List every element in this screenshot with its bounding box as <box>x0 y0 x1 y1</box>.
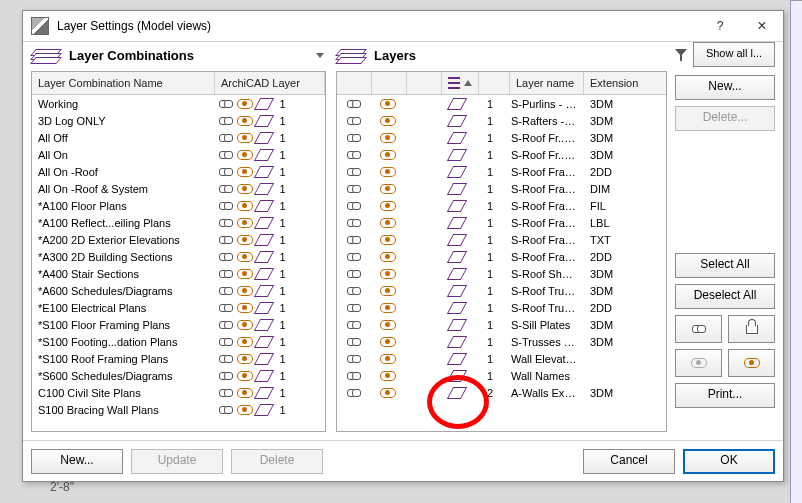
layer-row[interactable]: 1S-Roof Fr...ng (wood)3DM <box>337 146 666 163</box>
print-button[interactable]: Print... <box>675 383 775 408</box>
combination-row[interactable]: *E100 Electrical Plans1 <box>32 299 325 316</box>
chain-icon[interactable] <box>337 150 371 160</box>
eye-icon[interactable] <box>371 116 405 126</box>
chain-icon[interactable] <box>337 320 371 330</box>
chain-icon[interactable] <box>337 252 371 262</box>
layer-row[interactable]: 1Wall Names <box>337 367 666 384</box>
chain-icon[interactable] <box>337 286 371 296</box>
chain-icon[interactable] <box>337 167 371 177</box>
layer-row[interactable]: 1S-Roof Framing PlanTXT <box>337 231 666 248</box>
layer-row[interactable]: 1S-Roof Fr...g (_misc)3DM <box>337 129 666 146</box>
eye-icon[interactable] <box>371 167 405 177</box>
combination-row[interactable]: *A100 Reflect...eiling Plans1 <box>32 214 325 231</box>
eye-icon[interactable] <box>371 252 405 262</box>
new-combination-button[interactable]: New... <box>31 449 123 474</box>
combination-row[interactable]: All On -Roof1 <box>32 163 325 180</box>
close-button[interactable]: × <box>741 11 783 41</box>
eye-icon[interactable] <box>371 184 405 194</box>
deselect-all-button[interactable]: Deselect All <box>675 284 775 309</box>
layer-row[interactable]: 1Wall Elevations <box>337 350 666 367</box>
chain-icon[interactable] <box>337 388 371 398</box>
lock-toggle-button[interactable] <box>675 315 722 343</box>
chain-icon[interactable] <box>337 99 371 109</box>
combination-row[interactable]: All On -Roof & System1 <box>32 180 325 197</box>
unlock-toggle-button[interactable] <box>728 315 775 343</box>
eye-icon[interactable] <box>371 133 405 143</box>
col-visibility-icon[interactable] <box>372 72 407 94</box>
combination-row[interactable]: 3D Log ONLY1 <box>32 112 325 129</box>
new-layer-button[interactable]: New... <box>675 75 775 100</box>
combination-row[interactable]: All Off1 <box>32 129 325 146</box>
layer-row[interactable]: 1S-Rafters - Log & RS3DM <box>337 112 666 129</box>
col-archicad-layer[interactable]: ArchiCAD Layer <box>215 72 325 94</box>
combination-row[interactable]: Working1 <box>32 95 325 112</box>
combination-row[interactable]: *A300 2D Building Sections1 <box>32 248 325 265</box>
layer-row[interactable]: 1S-Roof Sheathing3DM <box>337 265 666 282</box>
combination-row[interactable]: All On1 <box>32 146 325 163</box>
layer-row[interactable]: 1S-Trusses - Log & RS3DM <box>337 333 666 350</box>
combination-row[interactable]: *A600 Schedules/Diagrams1 <box>32 282 325 299</box>
combination-row[interactable]: *S100 Floor Framing Plans1 <box>32 316 325 333</box>
layer-row[interactable]: 1S-Roof Trusses2DD <box>337 299 666 316</box>
eye-icon[interactable] <box>371 371 405 381</box>
layer-row[interactable]: 1S-Roof Framing PlanLBL <box>337 214 666 231</box>
eye-icon[interactable] <box>371 320 405 330</box>
chain-icon[interactable] <box>337 201 371 211</box>
select-all-button[interactable]: Select All <box>675 253 775 278</box>
ok-button[interactable]: OK <box>683 449 775 474</box>
combination-row[interactable]: *A200 2D Exterior Elevations1 <box>32 231 325 248</box>
chain-icon[interactable] <box>337 116 371 126</box>
sheet-icon <box>254 251 274 263</box>
combination-row[interactable]: *S100 Footing...dation Plans1 <box>32 333 325 350</box>
layer-row[interactable]: 1S-Purlins - Log & RS3DM <box>337 95 666 112</box>
eye-icon[interactable] <box>371 99 405 109</box>
chain-icon[interactable] <box>337 184 371 194</box>
eye-icon[interactable] <box>371 303 405 313</box>
chain-icon[interactable] <box>337 337 371 347</box>
layer-row[interactable]: 1S-Roof Framing2DD <box>337 248 666 265</box>
show-toggle-button[interactable] <box>675 349 722 377</box>
col-layer-icon[interactable] <box>442 72 479 94</box>
eye-icon[interactable] <box>371 354 405 364</box>
chain-icon[interactable] <box>337 303 371 313</box>
eye-icon[interactable] <box>371 218 405 228</box>
combination-row[interactable]: *A100 Floor Plans1 <box>32 197 325 214</box>
chain-icon[interactable] <box>337 269 371 279</box>
cancel-button[interactable]: Cancel <box>583 449 675 474</box>
menu-arrow-icon[interactable] <box>316 53 324 58</box>
layer-row[interactable]: 1S-Roof Framing PlanDIM <box>337 180 666 197</box>
col-intersection[interactable] <box>479 72 510 94</box>
combination-row[interactable]: *A400 Stair Sections1 <box>32 265 325 282</box>
eye-icon[interactable] <box>371 269 405 279</box>
combination-row[interactable]: S100 Bracing Wall Plans1 <box>32 401 325 418</box>
chain-icon[interactable] <box>337 235 371 245</box>
eye-icon[interactable] <box>371 388 405 398</box>
combination-row[interactable]: C100 Civil Site Plans1 <box>32 384 325 401</box>
layer-extension: 3DM <box>584 319 666 331</box>
chain-icon[interactable] <box>337 354 371 364</box>
combination-row[interactable]: *S600 Schedules/Diagrams1 <box>32 367 325 384</box>
chain-icon[interactable] <box>337 133 371 143</box>
col-lock-icon[interactable] <box>407 72 442 94</box>
eye-icon[interactable] <box>371 286 405 296</box>
col-extension[interactable]: Extension <box>584 72 666 94</box>
eye-icon[interactable] <box>371 235 405 245</box>
col-layer-name[interactable]: Layer name <box>510 72 584 94</box>
layer-row[interactable]: 1S-Roof Framing Plan2DD <box>337 163 666 180</box>
eye-icon[interactable] <box>371 201 405 211</box>
eye-icon[interactable] <box>371 337 405 347</box>
col-combination-name[interactable]: Layer Combination Name <box>32 72 215 94</box>
eye-icon[interactable] <box>371 150 405 160</box>
layer-row[interactable]: 1S-Sill Plates3DM <box>337 316 666 333</box>
chain-icon[interactable] <box>337 371 371 381</box>
col-show-icon[interactable] <box>337 72 372 94</box>
combination-row[interactable]: *S100 Roof Framing Plans1 <box>32 350 325 367</box>
layer-row[interactable]: 1S-Roof Tru...s(prefab)3DM <box>337 282 666 299</box>
layer-row[interactable]: 1S-Roof Framing PlanFIL <box>337 197 666 214</box>
hide-toggle-button[interactable] <box>728 349 775 377</box>
chain-icon[interactable] <box>337 218 371 228</box>
filter-icon[interactable] <box>675 49 687 61</box>
show-all-button[interactable]: Show all l... <box>693 42 775 67</box>
help-button[interactable]: ? <box>699 11 741 41</box>
layer-row[interactable]: 2A-Walls Exterior3DM <box>337 384 666 401</box>
